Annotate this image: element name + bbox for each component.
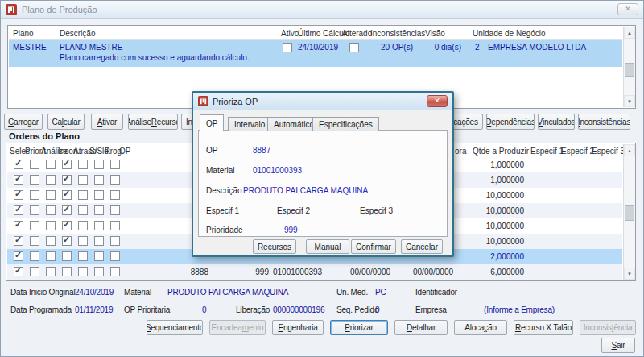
incon-checkbox[interactable] (62, 205, 72, 215)
analise-checkbox[interactable] (46, 236, 56, 246)
scroll-up-icon[interactable]: ▲ (624, 27, 635, 39)
order-qtde: 1,000000 (455, 160, 524, 169)
atraso-checkbox[interactable] (78, 205, 88, 215)
dialog-material-label: Material (206, 166, 235, 175)
dialog-material-value: 01001000393 (253, 166, 302, 175)
calcular-button[interactable]: Calcular (47, 114, 85, 130)
ssld-checkbox[interactable] (94, 175, 104, 185)
priorit-checkbox[interactable] (30, 175, 39, 185)
scroll-down-icon[interactable]: ▼ (624, 95, 635, 107)
scrollbar-thumb[interactable] (625, 63, 634, 77)
incon-checkbox[interactable] (62, 160, 72, 169)
col-header-op: OP (119, 147, 130, 156)
cancelar-button[interactable]: Cancelar (401, 239, 443, 254)
priorit-checkbox[interactable] (30, 251, 39, 261)
col-header-especif3: Especif 3 (592, 147, 625, 156)
tab-op[interactable]: OP (200, 114, 224, 131)
incon-checkbox[interactable] (62, 190, 72, 200)
selec-checkbox[interactable] (14, 267, 23, 276)
prog-checkbox[interactable] (110, 190, 120, 200)
analise-checkbox[interactable] (46, 267, 56, 276)
incon-checkbox[interactable] (62, 175, 72, 185)
sair-button[interactable]: Sair (601, 338, 635, 353)
selec-checkbox[interactable] (14, 205, 23, 215)
analise-checkbox[interactable] (46, 251, 56, 261)
scroll-up-icon[interactable]: ▲ (624, 144, 635, 156)
col-header-descricao: Descrição (60, 29, 95, 38)
priorit-checkbox[interactable] (30, 160, 39, 169)
prog-checkbox[interactable] (110, 160, 120, 169)
selec-checkbox[interactable] (14, 251, 23, 261)
prog-checkbox[interactable] (110, 175, 120, 185)
ativar-button[interactable]: Ativar (91, 114, 123, 130)
ssld-checkbox[interactable] (94, 205, 104, 215)
tab-especificacoes[interactable]: Especificações (312, 117, 379, 131)
ssld-checkbox[interactable] (94, 267, 104, 276)
selec-checkbox[interactable] (14, 190, 23, 200)
prog-checkbox[interactable] (110, 236, 120, 246)
analise-checkbox[interactable] (46, 205, 56, 215)
confirmar-button[interactable]: Confirmar (351, 239, 396, 254)
atraso-checkbox[interactable] (78, 160, 88, 169)
order-data1: 00/00/0000 (350, 268, 390, 276)
material-label: Material (124, 288, 151, 297)
dialog-close-button[interactable]: ✕ (427, 95, 448, 107)
selec-checkbox[interactable] (14, 221, 23, 230)
prog-checkbox[interactable] (110, 205, 120, 215)
plans-scrollbar[interactable]: ▲ ▼ (623, 27, 635, 107)
order-qtde: 6,000000 (455, 268, 524, 276)
inconsistencias-button[interactable]: Inconsistências (578, 114, 630, 130)
priorit-checkbox[interactable] (30, 236, 39, 246)
scrollbar-thumb[interactable] (625, 205, 634, 221)
prog-checkbox[interactable] (110, 251, 120, 261)
priorit-checkbox[interactable] (30, 190, 39, 200)
especif2-label: Especif 2 (277, 206, 310, 215)
incon-checkbox[interactable] (62, 251, 72, 261)
analise-recurso-button[interactable]: Análise Recurso (128, 114, 178, 130)
selec-checkbox[interactable] (14, 175, 23, 185)
ssld-checkbox[interactable] (94, 190, 104, 200)
incon-checkbox[interactable] (62, 267, 72, 276)
ssld-checkbox[interactable] (94, 251, 104, 261)
analise-checkbox[interactable] (46, 160, 56, 169)
ativo-checkbox[interactable] (283, 43, 292, 52)
order-row[interactable]: 8888 999 01001000393 00/00/0000 00/00/00… (7, 264, 622, 280)
tab-intervalo[interactable]: Intervalo (228, 117, 271, 131)
ssld-checkbox[interactable] (94, 236, 104, 246)
priorit-checkbox[interactable] (30, 267, 39, 276)
selec-checkbox[interactable] (14, 160, 23, 169)
orders-scrollbar[interactable]: ▲ ▼ (623, 144, 635, 280)
carregar-button[interactable]: Carregar (4, 114, 43, 130)
ssld-checkbox[interactable] (94, 221, 104, 230)
atraso-checkbox[interactable] (78, 251, 88, 261)
atraso-checkbox[interactable] (78, 236, 88, 246)
atraso-checkbox[interactable] (78, 221, 88, 230)
recursos-button[interactable]: Recursos (253, 239, 296, 254)
prog-checkbox[interactable] (110, 221, 120, 230)
incon-checkbox[interactable] (62, 236, 72, 246)
atraso-checkbox[interactable] (78, 190, 88, 200)
analise-checkbox[interactable] (46, 221, 56, 230)
order-op: 8888 (167, 268, 208, 276)
dialog-app-icon (198, 96, 208, 106)
atraso-checkbox[interactable] (78, 267, 88, 276)
window-close-button[interactable]: ✕ (617, 3, 638, 15)
scroll-down-icon[interactable]: ▼ (624, 268, 635, 280)
incon-checkbox[interactable] (62, 221, 72, 230)
priorit-checkbox[interactable] (30, 205, 39, 215)
prog-checkbox[interactable] (110, 267, 120, 276)
manual-button[interactable]: Manual (306, 239, 349, 254)
selec-checkbox[interactable] (14, 236, 23, 246)
ssld-checkbox[interactable] (94, 160, 104, 169)
window-titlebar: Plano de Produção ✕ (1, 1, 643, 19)
analise-checkbox[interactable] (46, 175, 56, 185)
prioridade-value: 999 (284, 226, 298, 235)
vinculados-button[interactable]: Vinculados (538, 114, 575, 130)
plan-row-selected[interactable]: MESTRE PLANO MESTRE Plano carregado com … (9, 40, 622, 67)
descricao-value: PRODUTO PAI CARGA MAQUINA (243, 186, 368, 195)
order-qtde: 10,000000 (455, 191, 524, 200)
atraso-checkbox[interactable] (78, 175, 88, 185)
dependencias-button[interactable]: Dependências (486, 114, 535, 130)
analise-checkbox[interactable] (46, 190, 56, 200)
priorit-checkbox[interactable] (30, 221, 39, 230)
